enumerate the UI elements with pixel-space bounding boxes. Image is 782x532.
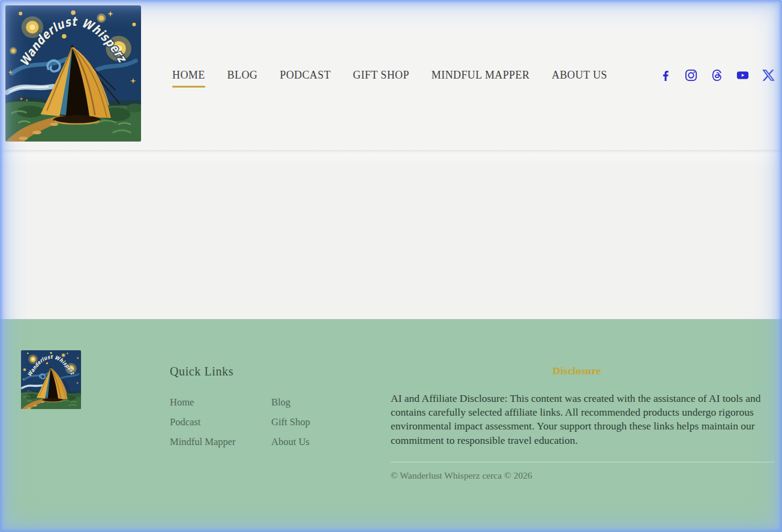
facebook-icon[interactable] xyxy=(658,68,672,82)
quick-links-heading: Quick Links xyxy=(170,365,373,378)
quick-links-column-2: Blog Gift Shop About Us xyxy=(271,396,373,448)
footer-link-about-us[interactable]: About Us xyxy=(271,436,373,448)
social-bar xyxy=(658,0,775,150)
header-logo[interactable] xyxy=(5,5,141,142)
nav-item-gift-shop[interactable]: GIFT SHOP xyxy=(353,69,409,82)
nav-item-about-us[interactable]: ABOUT US xyxy=(552,69,607,82)
x-twitter-icon[interactable] xyxy=(762,68,775,82)
brand-logo-image-small xyxy=(21,350,81,409)
footer-link-podcast[interactable]: Podcast xyxy=(170,416,271,428)
disclosure-text: AI and Affiliate Disclosure: This conten… xyxy=(391,392,763,447)
nav-item-home[interactable]: HOME xyxy=(172,69,205,82)
nav-item-mindful-mapper[interactable]: MINDFUL MAPPER xyxy=(432,69,529,82)
quick-links-column-1: Home Podcast Mindful Mapper xyxy=(170,396,271,448)
footer-link-mindful-mapper[interactable]: Mindful Mapper xyxy=(170,436,271,448)
brand-logo-image xyxy=(5,5,141,142)
disclosure-section: Disclosure AI and Affiliate Disclosure: … xyxy=(391,365,763,481)
nav-item-blog[interactable]: BLOG xyxy=(227,69,258,82)
footer-divider xyxy=(391,462,775,462)
site-footer: Quick Links Home Podcast Mindful Mapper … xyxy=(0,319,782,532)
main-content xyxy=(0,150,782,319)
footer-link-blog[interactable]: Blog xyxy=(271,396,373,408)
disclosure-heading: Disclosure xyxy=(391,365,763,377)
copyright: © Wanderlust Whisperz cerca © 2026 xyxy=(391,470,763,481)
quick-links-columns: Home Podcast Mindful Mapper Blog Gift Sh… xyxy=(170,396,373,448)
site-header: HOME BLOG PODCAST GIFT SHOP MINDFUL MAPP… xyxy=(0,0,782,150)
main-nav: HOME BLOG PODCAST GIFT SHOP MINDFUL MAPP… xyxy=(172,0,607,150)
instagram-icon[interactable] xyxy=(684,68,698,82)
nav-item-podcast[interactable]: PODCAST xyxy=(280,69,331,82)
footer-logo[interactable] xyxy=(21,350,81,409)
quick-links-section: Quick Links Home Podcast Mindful Mapper … xyxy=(170,365,373,448)
footer-link-gift-shop[interactable]: Gift Shop xyxy=(271,416,373,428)
footer-link-home[interactable]: Home xyxy=(170,396,271,408)
youtube-icon[interactable] xyxy=(736,68,750,82)
threads-icon[interactable] xyxy=(710,68,724,82)
